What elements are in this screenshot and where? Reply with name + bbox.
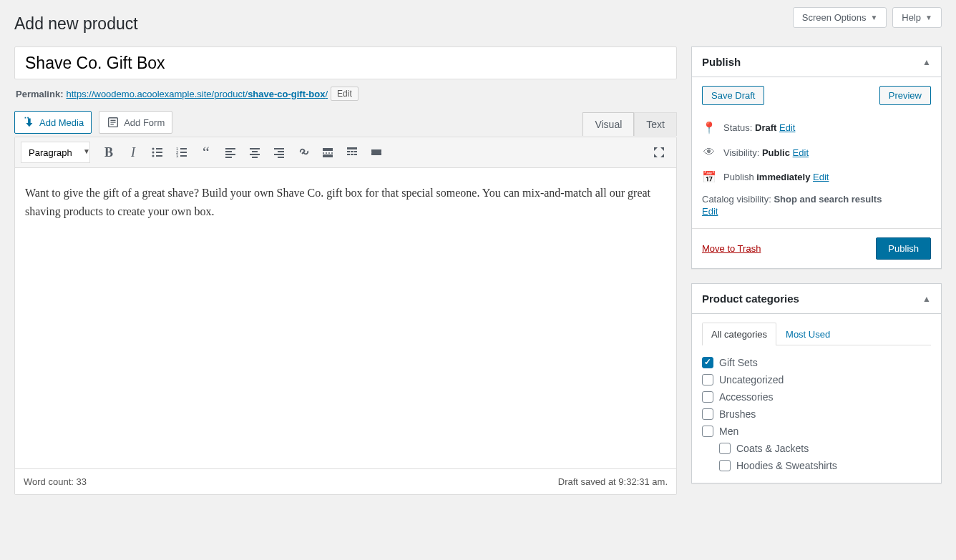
- numbered-list-button[interactable]: 123: [170, 142, 193, 163]
- tab-text[interactable]: Text: [634, 112, 677, 136]
- fullscreen-button[interactable]: [648, 142, 670, 163]
- svg-rect-30: [323, 154, 333, 157]
- category-item[interactable]: Accessories: [702, 388, 925, 406]
- toolbar-toggle-button[interactable]: [341, 142, 364, 163]
- permalink-link[interactable]: https://woodemo.acoolexample.site/produc…: [66, 89, 328, 99]
- add-media-button[interactable]: Add Media: [14, 111, 92, 134]
- blockquote-button[interactable]: “: [195, 142, 218, 163]
- italic-button[interactable]: I: [122, 142, 145, 163]
- svg-rect-27: [278, 157, 284, 158]
- category-item[interactable]: Gift Sets: [702, 354, 925, 371]
- permalink-row: Permalink: https://woodemo.acoolexample.…: [16, 87, 675, 101]
- help-button[interactable]: Help ▼: [892, 7, 942, 28]
- categories-box-title: Product categories: [702, 293, 799, 305]
- category-label: Uncategorized: [719, 374, 784, 385]
- ticket-icon[interactable]: [365, 142, 388, 163]
- category-checkbox[interactable]: [702, 374, 713, 385]
- move-to-trash-link[interactable]: Move to Trash: [702, 243, 761, 254]
- category-label: Brushes: [719, 408, 756, 420]
- editor-content[interactable]: Want to give the gift of a great shave? …: [15, 168, 676, 468]
- category-item[interactable]: Coats & Jackets: [702, 440, 925, 457]
- bullet-list-button[interactable]: [146, 142, 169, 163]
- tab-most-used[interactable]: Most Used: [776, 323, 839, 345]
- svg-rect-31: [347, 147, 357, 149]
- svg-rect-5: [156, 148, 162, 149]
- svg-rect-37: [354, 154, 357, 155]
- category-label: Hoodies & Sweatshirts: [736, 460, 837, 471]
- tab-all-categories[interactable]: All categories: [702, 323, 776, 345]
- screen-options-button[interactable]: Screen Options ▼: [793, 7, 887, 28]
- category-item[interactable]: Hoodies & Sweatshirts: [702, 457, 925, 474]
- svg-rect-17: [225, 151, 232, 152]
- svg-rect-7: [156, 152, 162, 153]
- catalog-edit-link[interactable]: Edit: [702, 206, 718, 217]
- category-item[interactable]: Uncategorized: [702, 371, 925, 388]
- svg-point-8: [152, 155, 155, 157]
- category-checkbox[interactable]: [719, 443, 731, 454]
- link-button[interactable]: [292, 142, 315, 163]
- screen-options-label: Screen Options: [802, 12, 867, 23]
- svg-rect-23: [252, 157, 258, 158]
- product-title-input[interactable]: [14, 46, 677, 79]
- save-status: Draft saved at 9:32:31 am.: [558, 476, 668, 487]
- svg-rect-15: [180, 155, 187, 157]
- preview-button[interactable]: Preview: [879, 86, 931, 105]
- tab-visual[interactable]: Visual: [582, 112, 634, 136]
- align-right-button[interactable]: [268, 142, 291, 163]
- svg-rect-11: [180, 148, 187, 149]
- format-select[interactable]: Paragraph: [21, 142, 90, 163]
- category-checkbox[interactable]: [719, 460, 731, 471]
- permalink-label: Permalink:: [16, 89, 63, 99]
- editor-statusbar: Word count: 33 Draft saved at 9:32:31 am…: [15, 468, 676, 494]
- category-label: Coats & Jackets: [736, 443, 809, 454]
- category-label: Accessories: [719, 391, 773, 403]
- svg-rect-24: [274, 148, 284, 149]
- category-list: Gift SetsUncategorizedAccessoriesBrushes…: [702, 354, 925, 474]
- category-checkbox[interactable]: [702, 408, 713, 420]
- editor-toolbar: Paragraph B I 123 “: [15, 137, 676, 168]
- svg-rect-36: [351, 154, 353, 155]
- svg-rect-13: [180, 152, 187, 153]
- category-label: Gift Sets: [719, 357, 758, 368]
- media-icon: [22, 116, 35, 129]
- category-label: Men: [719, 426, 738, 437]
- svg-rect-18: [225, 154, 235, 155]
- svg-point-6: [152, 152, 155, 154]
- calendar-icon: 📅: [702, 170, 716, 184]
- word-count: Word count: 33: [24, 476, 87, 487]
- publish-box-title: Publish: [702, 56, 741, 68]
- category-item[interactable]: Men: [702, 423, 925, 440]
- save-draft-button[interactable]: Save Draft: [702, 86, 764, 105]
- collapse-toggle[interactable]: ▲: [922, 57, 931, 67]
- category-checkbox[interactable]: [702, 391, 713, 403]
- align-center-button[interactable]: [243, 142, 266, 163]
- svg-text:3: 3: [176, 154, 179, 158]
- category-checkbox[interactable]: [702, 357, 713, 368]
- pin-icon: 📍: [702, 121, 716, 134]
- publish-box: Publish ▲ Save Draft Preview 📍 Status: D…: [691, 46, 942, 269]
- status-edit-link[interactable]: Edit: [779, 122, 795, 133]
- publish-button[interactable]: Publish: [876, 237, 931, 260]
- svg-rect-22: [250, 154, 260, 155]
- visibility-edit-link[interactable]: Edit: [793, 147, 809, 158]
- catalog-row: Catalog visibility: Shop and search resu…: [702, 190, 931, 220]
- chevron-down-icon: ▼: [925, 14, 932, 21]
- svg-rect-26: [274, 154, 284, 155]
- svg-point-4: [152, 148, 155, 150]
- svg-rect-16: [225, 148, 235, 149]
- categories-box: Product categories ▲ All categories Most…: [691, 283, 942, 483]
- collapse-toggle[interactable]: ▲: [922, 294, 931, 304]
- schedule-row: 📅 Publish immediately Edit: [702, 164, 931, 190]
- schedule-edit-link[interactable]: Edit: [813, 172, 829, 182]
- add-form-button[interactable]: Add Form: [99, 111, 172, 134]
- category-checkbox[interactable]: [702, 426, 713, 437]
- svg-rect-20: [250, 148, 260, 149]
- align-left-button[interactable]: [219, 142, 242, 163]
- read-more-button[interactable]: [316, 142, 339, 163]
- svg-rect-25: [278, 151, 284, 152]
- permalink-edit-button[interactable]: Edit: [331, 87, 358, 101]
- category-item[interactable]: Brushes: [702, 406, 925, 423]
- svg-rect-9: [156, 155, 162, 157]
- chevron-down-icon: ▼: [870, 14, 877, 21]
- bold-button[interactable]: B: [97, 142, 120, 163]
